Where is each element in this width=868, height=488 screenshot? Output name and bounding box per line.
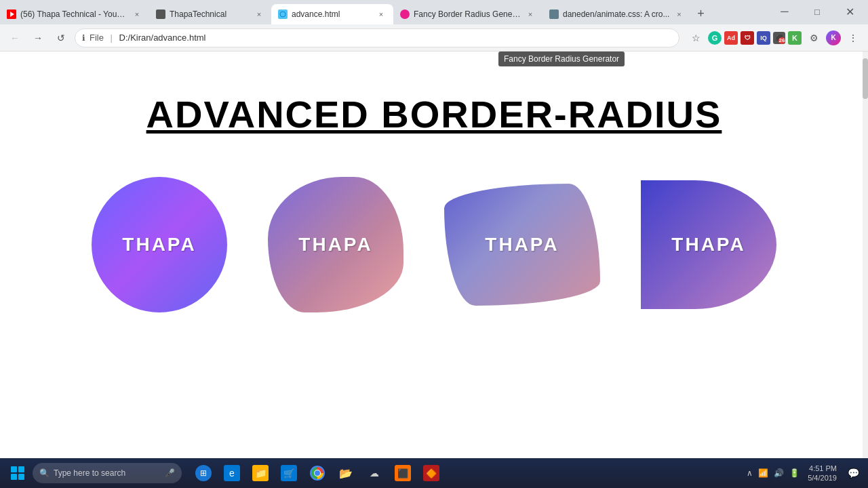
start-button[interactable] [5,461,30,485]
tab-close-yt[interactable]: × [132,9,142,20]
windows-icon [11,466,24,480]
taskbar-cloud-icon: ☁ [366,465,382,481]
tab-favicon-yt [7,9,16,19]
taskbar-app-folder[interactable]: 📂 [332,460,359,487]
url-protocol-icon: ℹ [82,33,85,43]
profile-button[interactable]: K [826,30,841,45]
tab-close-advance[interactable]: × [376,9,387,20]
minimize-button[interactable]: ─ [769,1,800,22]
taskbar-app-explorer[interactable]: 📁 [247,460,274,487]
page-content: ADVANCED BORDER-RADIUS THAPA THAPA THAPA… [0,52,868,458]
shape-circle-text: THAPA [122,234,196,256]
taskbar-app-orange[interactable]: ⬛ [389,460,416,487]
ext-k1[interactable]: K [788,31,802,45]
url-bar[interactable]: ℹ File | D:/Kiran/advance.html [75,28,679,47]
tab-daneden[interactable]: daneden/animate.css: A cro... × [542,4,691,24]
taskbar-app-store[interactable]: 🛒 [275,460,302,487]
taskbar-apps: ⊞ e 📁 🛒 [190,460,445,487]
tab-close-daneden[interactable]: × [673,9,684,20]
tab-label-advance: advance.html [292,9,372,19]
url-separator: | [108,33,115,43]
ext-grammarly[interactable]: G [708,31,722,45]
tab-label-thapa: ThapaTechnical [170,9,250,19]
taskbar-app-cortana[interactable]: ⊞ [190,460,217,487]
toolbar-right: ☆ G Ad 🛡 IQ ⬛ 26 K ⚙ K ⋮ [686,28,863,47]
search-icon: 🔍 [39,468,50,478]
tab-advance[interactable]: advance.html × [271,4,393,24]
time-date-block[interactable]: 4:51 PM 5/4/2019 [808,464,840,483]
taskbar-orange-icon: ⬛ [395,465,411,481]
back-button[interactable]: ← [5,28,24,47]
notification-button[interactable]: 💬 [844,464,863,483]
taskbar-app-edge[interactable]: e [218,460,245,487]
ext-2[interactable]: 🛡 [741,31,754,45]
tray-battery[interactable]: 🔋 [789,468,800,478]
address-bar: ← → ↺ ℹ File | D:/Kiran/advance.html ☆ G… [0,24,868,52]
taskbar-right: ∧ 📶 🔊 🔋 4:51 PM 5/4/2019 💬 [743,464,863,483]
shape-blob: THAPA [268,177,403,312]
ext-badge-26[interactable]: ⬛ 26 [773,32,785,44]
search-placeholder: Type here to search [54,468,125,478]
taskbar-app-red[interactable]: 🔶 [418,460,445,487]
current-date: 5/4/2019 [808,473,837,483]
taskbar-folder-icon: 📂 [338,465,354,481]
bookmark-button[interactable]: ☆ [686,28,705,47]
close-window-button[interactable]: ✕ [834,1,865,22]
svg-point-6 [315,470,320,476]
shape-leaf-text: THAPA [485,234,559,256]
tab-favicon-fancy [400,9,410,19]
taskbar-search[interactable]: 🔍 Type here to search 🎤 [33,463,182,483]
taskbar-chrome-icon [309,465,326,481]
shape-leaf: THAPA [444,184,600,306]
tab-thapa[interactable]: ThapaTechnical × [149,4,271,24]
tray-up-arrow[interactable]: ∧ [747,468,753,478]
ext-1[interactable]: Ad [724,31,738,45]
page-title: ADVANCED BORDER-RADIUS [146,92,722,136]
tab-fancy[interactable]: Fancy Border Radius Generator × [393,4,542,24]
tab-favicon-daneden [549,9,559,19]
scrollbar[interactable] [863,52,868,458]
taskbar-edge-icon: e [224,465,240,481]
svg-point-2 [280,12,285,17]
tab-close-thapa[interactable]: × [254,9,264,20]
tab-label-fancy: Fancy Border Radius Generator [414,9,521,19]
shape-dshape-text: THAPA [671,234,745,256]
forward-button[interactable]: → [28,28,47,47]
tab-youtube[interactable]: (56) Thapa Technical - YouTub... × [0,4,149,24]
browser-frame: (56) Thapa Technical - YouTub... × Thapa… [0,0,868,488]
new-tab-button[interactable]: + [691,4,710,23]
tab-favicon-thapa [156,9,165,19]
tab-favicon-advance [278,9,288,19]
taskbar-red-icon: 🔶 [423,465,439,481]
current-time: 4:51 PM [808,464,837,473]
svg-point-3 [403,12,407,16]
tray-sound[interactable]: 🔊 [774,468,784,478]
settings-button[interactable]: ⚙ [804,28,823,47]
url-protocol-label: File [90,33,104,43]
tab-close-fancy[interactable]: × [525,9,536,20]
ext-iq[interactable]: IQ [757,31,770,45]
shapes-row: THAPA THAPA THAPA THAPA [0,177,868,312]
system-tray: ∧ 📶 🔊 🔋 [743,468,804,478]
url-path: D:/Kiran/advance.html [119,33,206,43]
taskbar-cortana-icon: ⊞ [195,465,212,481]
taskbar-app-cloud[interactable]: ☁ [361,460,388,487]
shape-circle: THAPA [92,177,227,312]
shape-dshape: THAPA [641,180,776,309]
menu-button[interactable]: ⋮ [844,28,863,47]
tray-network[interactable]: 📶 [758,468,768,478]
tab-label-yt: (56) Thapa Technical - YouTub... [20,9,127,19]
scrollbar-thumb[interactable] [863,58,868,99]
mic-icon: 🎤 [165,468,175,478]
tab-label-daneden: daneden/animate.css: A cro... [563,9,669,19]
taskbar-explorer-icon: 📁 [252,465,269,481]
maximize-button[interactable]: □ [802,1,833,22]
taskbar-app-chrome[interactable] [304,460,331,487]
taskbar: 🔍 Type here to search 🎤 ⊞ e 📁 [0,458,868,488]
reload-button[interactable]: ↺ [52,28,71,47]
taskbar-store-icon: 🛒 [281,465,297,481]
tab-bar: (56) Thapa Technical - YouTub... × Thapa… [0,0,868,24]
shape-blob-text: THAPA [298,234,372,256]
